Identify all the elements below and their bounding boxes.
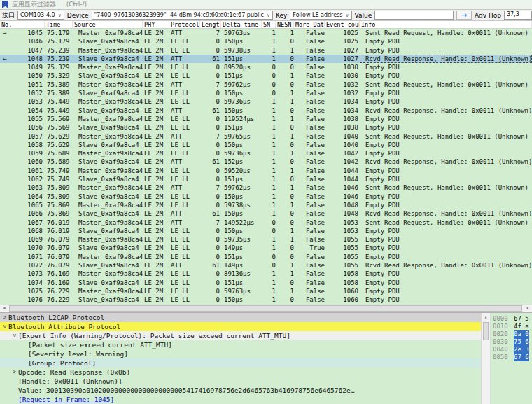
- scroll-left-icon[interactable]: ◂: [0, 305, 8, 312]
- detail-scrollbar[interactable]: ▴: [481, 313, 491, 404]
- column-header-length[interactable]: Length: [200, 21, 221, 28]
- request-in-frame-link[interactable]: [Request in Frame: 1045]: [18, 395, 114, 404]
- packet-row[interactable]: 105475.449Slave_0xaf9a8ca4LE 2MATT61150µ…: [0, 106, 532, 115]
- packet-row[interactable]: 107476.169Slave_0xaf9a8ca4LE 2MLE LL0151…: [0, 279, 532, 287]
- packet-row[interactable]: 106876.019Slave_0xaf9a8ca4LE 2MLE LL0150…: [0, 227, 532, 235]
- packet-row[interactable]: 106475.809Slave_0xaf9a8ca4LE 2MLE LL0150…: [0, 193, 532, 201]
- packet-row[interactable]: 105975.689Master_0xaf9a8ca4LE 2MLE LL059…: [0, 149, 532, 158]
- packet-row[interactable]: 107176.079Master_0xaf9a8ca4LE 2MLE LL015…: [0, 253, 532, 261]
- cell-length: 0: [200, 63, 221, 71]
- cell-more-data: False: [294, 123, 325, 132]
- packet-row[interactable]: 106275.749Slave_0xaf9a8ca4LE 2MLE LL0151…: [0, 175, 532, 183]
- hex-row[interactable]: 00104f a: [491, 323, 532, 330]
- column-header-no[interactable]: No.: [0, 21, 45, 28]
- packet-row[interactable]: 105675.569Slave_0xaf9a8ca4LE 2MLE LL0151…: [0, 123, 532, 132]
- column-header-source[interactable]: Source: [73, 21, 143, 28]
- column-header-time[interactable]: Time: [45, 21, 73, 28]
- column-header-sn[interactable]: SN: [262, 21, 276, 28]
- tree-row[interactable]: [Request in Frame: 1045]: [0, 395, 481, 404]
- filter-bookmark-icon[interactable]: [2, 1, 8, 8]
- hex-row[interactable]: 000067 5: [491, 315, 532, 323]
- packet-row[interactable]: 104975.329Master_0xaf9a8ca4LE 2MLE LL089…: [0, 63, 532, 71]
- tree-row[interactable]: Value: 300130390a01020000000000000000000…: [0, 386, 481, 395]
- cell-delta-time: 150µs: [221, 193, 262, 201]
- hex-row[interactable]: 005067 6: [491, 354, 532, 361]
- expander-icon[interactable]: >: [1, 313, 8, 322]
- packet-row[interactable]: 107376.169Master_0xaf9a8ca4LE 2MLE LL089…: [0, 270, 532, 278]
- apply-value-button[interactable]: →: [456, 11, 472, 20]
- adv-hop-input[interactable]: 37,3: [504, 11, 532, 20]
- packet-row[interactable]: 106175.749Master_0xaf9a8ca4LE 2MLE LL059…: [0, 167, 532, 175]
- expander-icon[interactable]: >: [11, 368, 18, 377]
- cell-info: Sent Read Request, Handle: 0x0011 (Unkno…: [360, 132, 532, 141]
- column-header-phy[interactable]: PHY: [143, 21, 169, 28]
- tree-row[interactable]: [Packet size exceed current ATT_MTU]: [0, 340, 481, 349]
- column-header-delta-time[interactable]: Delta time: [221, 21, 262, 28]
- horizontal-scrollbar-thumb[interactable]: [9, 305, 522, 312]
- interface-select[interactable]: COM103-4.0 ∨: [18, 11, 64, 20]
- cell-info: Empty PDU: [360, 37, 532, 46]
- hex-row[interactable]: 003075 6: [491, 338, 532, 346]
- tree-row[interactable]: [Severity level: Warning]: [0, 349, 481, 358]
- packet-row[interactable]: 105175.389Master_0xaf9a8ca4LE 2MATT75976…: [0, 81, 532, 89]
- cell-event-counter: 1042: [325, 149, 360, 158]
- tree-row[interactable]: v[Expert Info (Warning/Protocol): Packet…: [0, 331, 481, 340]
- key-select[interactable]: Follow LE address ∨: [290, 11, 351, 20]
- packet-row[interactable]: 106575.869Master_0xaf9a8ca4LE 2MLE LL059…: [0, 201, 532, 209]
- cell-source: Master_0xaf9a8ca4: [73, 81, 143, 89]
- cell-event-counter: 1060: [325, 287, 360, 295]
- tree-row[interactable]: [Group: Protocol]: [0, 358, 481, 368]
- device-select[interactable]: "7400_97613036323939" -44 dBm 94:c9:60:d…: [92, 11, 273, 20]
- tree-row[interactable]: vBluetooth Attribute Protocol: [0, 322, 481, 331]
- column-header-info[interactable]: Info: [360, 21, 532, 28]
- cell-phy: LE 2M: [143, 209, 169, 218]
- packet-row[interactable]: 105875.629Slave_0xaf9a8ca4LE 2MLE LL0150…: [0, 141, 532, 149]
- cell-event-counter: 1042: [325, 158, 360, 166]
- cell-info: Empty PDU: [360, 244, 532, 252]
- packet-row[interactable]: 107076.079Slave_0xaf9a8ca4LE 2MLE LL0149…: [0, 244, 532, 252]
- tree-row[interactable]: [Handle: 0x0011 (Unknown)]: [0, 377, 481, 386]
- expander-icon[interactable]: v: [1, 322, 8, 331]
- packet-row[interactable]: 106776.019Master_0xaf9a8ca4LE 2MATT71495…: [0, 218, 532, 227]
- column-header-event-counter[interactable]: Event coun: [325, 21, 360, 28]
- cell-nesn: 0: [276, 123, 294, 132]
- cell-nesn: 0: [276, 141, 294, 149]
- scroll-right-icon[interactable]: ▸: [524, 305, 532, 312]
- packet-row[interactable]: 107276.079Slave_0xaf9a8ca4LE 2MATT61149µ…: [0, 261, 532, 270]
- cell-info: Empty PDU: [360, 63, 532, 71]
- value-input[interactable]: [374, 11, 454, 20]
- hex-offset: 0000: [493, 315, 511, 323]
- packet-row[interactable]: →104575.179Master_0xaf9a8ca4LE 2MATT7597…: [0, 29, 532, 37]
- horizontal-scrollbar[interactable]: ◂ ▸: [0, 305, 532, 312]
- packet-row[interactable]: 105375.449Master_0xaf9a8ca4LE 2MLE LL059…: [0, 97, 532, 106]
- packet-row[interactable]: 105575.569Master_0xaf9a8ca4LE 2MLE LL011…: [0, 115, 532, 123]
- packet-row[interactable]: 106375.809Master_0xaf9a8ca4LE 2MATT75976…: [0, 183, 532, 192]
- packet-row[interactable]: 105775.629Master_0xaf9a8ca4LE 2MATT75976…: [0, 132, 532, 141]
- tree-row[interactable]: >Bluetooth L2CAP Protocol: [0, 313, 481, 322]
- cell-time: 76.079: [45, 235, 73, 244]
- tree-row[interactable]: >Opcode: Read Response (0x0b): [0, 368, 481, 377]
- column-header-protocol[interactable]: Protocol: [169, 21, 200, 28]
- column-header-more-data[interactable]: More Data: [294, 21, 325, 28]
- packet-row[interactable]: 106675.869Slave_0xaf9a8ca4LE 2MATT61150µ…: [0, 209, 532, 218]
- detail-scrollbar-thumb[interactable]: [483, 322, 489, 340]
- cell-time: 75.749: [45, 167, 73, 175]
- packet-table-header: No.TimeSourcePHYProtocolLengthDelta time…: [0, 21, 532, 29]
- packet-row[interactable]: 106075.689Slave_0xaf9a8ca4LE 2MATT61152µ…: [0, 158, 532, 166]
- hex-row[interactable]: 00200a 0: [491, 330, 532, 338]
- packet-row[interactable]: 106976.079Master_0xaf9a8ca4LE 2MLE LL059…: [0, 235, 532, 244]
- cell-phy: LE 2M: [143, 81, 169, 89]
- packet-row[interactable]: 107676.229Slave_0xaf9a8ca4LE 2MLE LL0150…: [0, 295, 532, 304]
- packet-row[interactable]: ←104875.239Slave_0xaf9a8ca4LE 2MATT61151…: [0, 55, 532, 63]
- packet-row[interactable]: 105075.329Slave_0xaf9a8ca4LE 2MLE LL0151…: [0, 71, 532, 80]
- packet-row[interactable]: 104775.239Master_0xaf9a8ca4LE 2MLE LL059…: [0, 46, 532, 55]
- packet-row[interactable]: 107576.229Master_0xaf9a8ca4LE 2MLE LL059…: [0, 287, 532, 295]
- packet-row[interactable]: 104675.179Slave_0xaf9a8ca4LE 2MLE LL0150…: [0, 37, 532, 46]
- column-header-nesn[interactable]: NESN: [276, 21, 294, 28]
- scroll-up-icon[interactable]: ▴: [482, 314, 489, 321]
- hex-row[interactable]: 00402e 3: [491, 346, 532, 354]
- packet-row[interactable]: 105275.389Slave_0xaf9a8ca4LE 2MLE LL0150…: [0, 89, 532, 97]
- display-filter-input[interactable]: 应用显示过滤器 … (Ctrl-/): [12, 0, 87, 9]
- cell-info: Sent Read Request, Handle: 0x0011 (Unkno…: [360, 183, 532, 192]
- expander-icon[interactable]: v: [11, 331, 18, 340]
